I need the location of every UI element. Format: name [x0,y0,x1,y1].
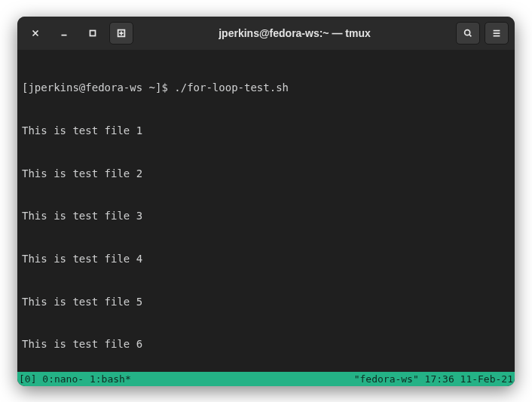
prompt-line-1: [jperkins@fedora-ws ~]$ ./for-loop-test.… [22,81,510,95]
output-line: This is test file 4 [22,252,510,266]
new-tab-button[interactable] [109,22,133,44]
search-button[interactable] [456,22,480,44]
title-bar: jperkins@fedora-ws:~ — tmux [17,17,515,50]
command-text: ./for-loop-test.sh [174,81,289,94]
menu-button[interactable] [485,22,509,44]
output-line: This is test file 5 [22,295,510,309]
svg-rect-0 [90,30,96,35]
output-line: This is test file 2 [22,167,510,181]
title-bar-right [456,22,509,44]
tmux-status-bar: [0] 0:nano- 1:bash* "fedora-ws" 17:36 11… [17,372,515,386]
prompt-1: [jperkins@fedora-ws ~]$ [22,81,174,94]
terminal-window: jperkins@fedora-ws:~ — tmux [jperkins@fe… [17,17,515,386]
status-left: [0] 0:nano- 1:bash* [19,373,131,385]
terminal-area[interactable]: [jperkins@fedora-ws ~]$ ./for-loop-test.… [17,50,515,372]
output-line: This is test file 6 [22,337,510,351]
status-right: "fedora-ws" 17:36 11-Feb-21 [354,373,513,385]
output-line: This is test file 1 [22,124,510,138]
window-title: jperkins@fedora-ws:~ — tmux [138,27,451,39]
output-line: This is test file 3 [22,209,510,223]
maximize-button[interactable] [81,22,105,44]
close-button[interactable] [23,22,47,44]
svg-point-2 [465,29,470,35]
minimize-button[interactable] [52,22,76,44]
